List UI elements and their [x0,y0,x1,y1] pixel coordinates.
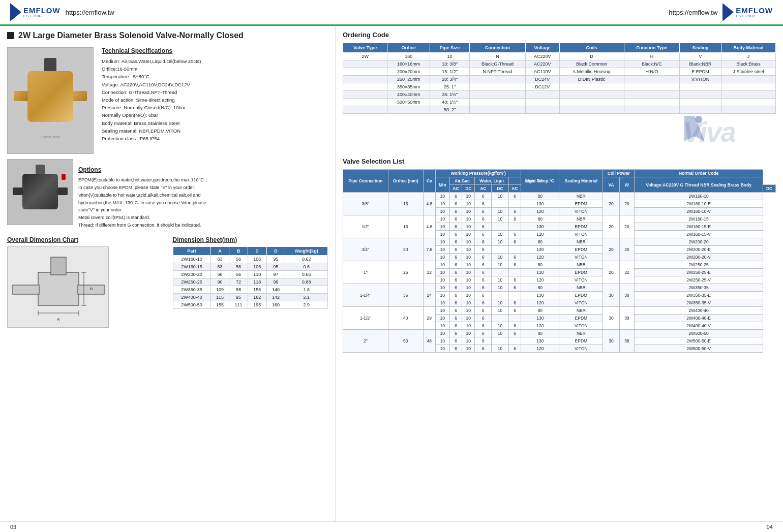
valve-pressure-cell [492,223,508,231]
valve-pressure-cell: 10 [492,276,508,284]
content-wrapper: 2W Large Diameter Brass Solenoid Valve-N… [0,26,783,521]
valve-pressure-cell [492,200,508,208]
ordering-cell [343,106,387,114]
valve-pressure-cell: 10 [436,231,450,238]
ordering-header: Sealing [680,43,721,53]
ordering-cell [624,83,680,91]
valve-pressure-cell: 6 [449,330,462,337]
valve-pressure-cell: 10 [462,269,475,276]
dim-table-cell: 97 [266,270,285,278]
product-image-small [7,159,73,225]
valve-acdc-cell: DC [763,185,776,193]
valve-pressure-cell: 10 [462,345,475,353]
svg-rect-0 [38,272,79,305]
valve-acdc-cell: DC [492,185,508,193]
valve-pressure-cell: 10 [436,299,450,307]
right-column: Ordering Code Valve TypeOrificePipe Size… [336,26,783,521]
valve-order-code: 2W160-10-V [635,208,763,215]
valve-subheader-cell: Air,Gas [449,177,475,185]
ordering-cell: N:NPT Thread [470,68,526,76]
valve-w: 38 [619,307,635,330]
valve-order-code: 2W250-25-E [635,269,763,276]
ordering-cell [525,106,559,114]
valve-sealing: EPDM [559,223,603,231]
dim-table-cell: 72 [229,278,248,286]
valve-pressure-cell: 10 [436,315,450,322]
valve-pressure-cell: 6 [475,330,492,337]
ordering-cell: D:DIN Plastic [559,76,624,83]
valve-selection-section: Valve Selection List Pipe ConnectionOrif… [343,158,776,353]
ordering-cell [624,76,680,83]
valve-sealing: EPDM [559,337,603,345]
valve-pressure-cell: 10 [436,322,450,330]
footer-page-left: 03 [10,524,16,530]
valve-temp: 120 [521,276,559,284]
ordering-cell [470,76,526,83]
valve-temp: 80 [521,238,559,246]
ordering-row: 50: 2" [343,106,776,114]
ordering-cell: J [721,53,775,60]
valve-pressure-cell: 10 [462,337,475,345]
ordering-cell: A:Metallic Housing [559,68,624,76]
ordering-header: Connection [470,43,526,53]
valve-pipe: 1-1/2" [343,307,388,330]
valve-sealing: EPDM [559,292,603,299]
valve-cv: 12 [423,261,435,284]
valve-pressure-cell: 6 [508,193,521,200]
dim-table-header: C [248,246,266,255]
valve-pressure-cell: 10 [492,231,508,238]
svg-text:B: B [90,287,93,291]
valve-pressure-cell: 6 [508,215,521,223]
valve-sealing: VITON [559,299,603,307]
valve-order-code: 2W400-40-E [635,315,763,322]
valve-order-code: 2W250-25 [635,261,763,269]
valve-pressure-cell [508,246,521,254]
valve-order-code: 2W160-15 [635,215,763,223]
valve-pressure-cell: 6 [475,284,492,292]
valve-cv: 4.8 [423,193,435,215]
ordering-cell: 250=25mm [387,76,430,83]
valve-pressure-cell: 10 [436,200,450,208]
ordering-cell [559,83,624,91]
valve-data-row: 3/8"164.810610610680NBR20202W160-10 [343,193,776,200]
ordering-cell [470,106,526,114]
ordering-table: Valve TypeOrificePipe SizeConnectionVolt… [343,43,776,114]
ordering-cell: Blank:NBR [680,60,721,68]
ordering-cell: Black:G-Thread [470,60,526,68]
valve-pressure-cell: 6 [475,246,492,254]
ordering-cell [721,83,775,91]
valve-pressure-cell: 6 [449,269,462,276]
ordering-cell: 40: 1½" [430,99,470,106]
dim-table-cell: 0.6 [285,263,328,270]
valve-acdc-cell: DC [462,185,475,193]
ordering-row: 350=35mm25: 1"DC12V [343,83,776,91]
valve-data-row: 3/4"207.610610610680NBR20202W200-20 [343,238,776,246]
valve-order-code: 2W400-40-V [635,322,763,330]
valve-pressure-cell: 6 [475,200,492,208]
valve-pressure-cell: 6 [475,299,492,307]
valve-temp: 80 [521,193,559,200]
valve-subheader-cell: Min [436,177,450,193]
valve-temp: 120 [521,254,559,261]
valve-sealing: NBR [559,193,603,200]
valve-header-cell: Pipe Connection [343,170,388,193]
dim-table-cell: 155 [248,286,266,293]
valve-pressure-cell: 6 [508,254,521,261]
valve-pressure-cell: 10 [492,261,508,269]
valve-w: 38 [619,330,635,353]
valve-header-cell: Coil Power [603,170,635,177]
dim-table-cell: 0.65 [285,270,328,278]
dim-table-cell: 63 [210,263,229,270]
valve-temp: 80 [521,284,559,292]
valve-w: 38 [619,284,635,307]
valve-subheader-cell: VA [603,177,619,193]
valve-temp: 120 [521,345,559,353]
valve-order-code: 2W350-35-V [635,299,763,307]
svg-point-13 [695,116,702,123]
valve-sealing: EPDM [559,200,603,208]
dim-table-cell: 115 [210,293,229,301]
dimension-sheet-title: Dimension Sheet(mm) [173,236,328,243]
valve-pressure-cell [508,269,521,276]
valve-pressure-cell: 10 [462,231,475,238]
valve-pressure-cell [492,269,508,276]
